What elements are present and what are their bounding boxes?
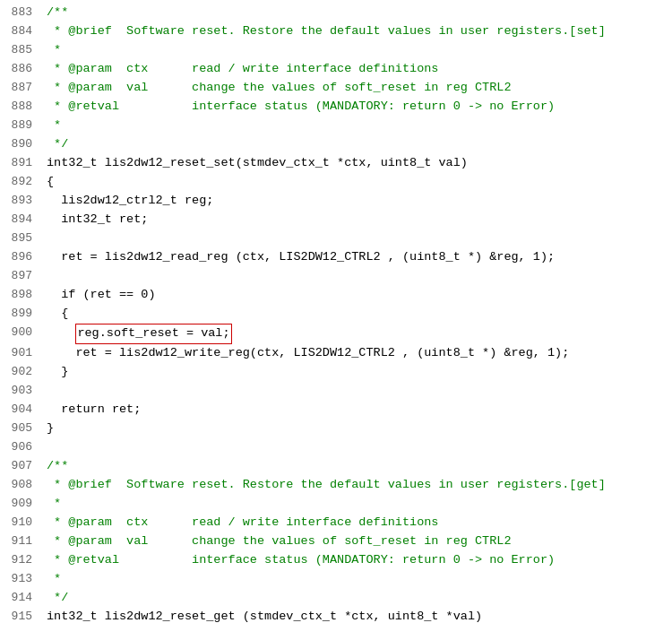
line-number: 905 [0,420,43,437]
code-token: } [47,421,54,435]
line-number: 903 [0,382,43,400]
code-token: { [47,307,68,320]
line-number: 897 [0,267,43,285]
code-token: * [47,572,61,585]
code-token: * [47,118,61,132]
line-content: * [43,41,672,60]
code-line: 899 { [0,305,672,324]
code-token: ret = lis2dw12_write_reg(ctx, LIS2DW12_C… [47,346,569,359]
code-line: 912 * @retval interface status (MANDATOR… [0,551,672,570]
code-token: ret = lis2dw12_read_reg (ctx, LIS2DW12_C… [47,250,555,264]
code-line: 906 [0,438,672,457]
line-number: 906 [0,438,43,456]
line-number: 910 [0,514,43,532]
line-number: 911 [0,532,43,550]
code-token: * @param ctx read / write interface defi… [47,62,438,75]
line-content: lis2dw12_ctrl2_t reg; [43,192,672,211]
line-content: * @param val change the values of soft_r… [43,532,672,551]
line-content: * @retval interface status (MANDATORY: r… [43,551,672,570]
code-token: * @retval interface status (MANDATORY: r… [47,100,555,113]
line-content: int32_t lis2dw12_reset_get (stmdev_ctx_t… [43,608,672,623]
code-line: 911 * @param val change the values of so… [0,532,672,551]
line-content: if (ret == 0) [43,286,672,305]
code-token: return ret; [47,402,141,416]
code-line: 886 * @param ctx read / write interface … [0,60,672,79]
code-line: 890 */ [0,135,672,154]
code-line: 887 * @param val change the values of so… [0,79,672,98]
line-number: 900 [0,324,43,342]
line-content: { [43,173,672,192]
code-token [47,326,75,340]
code-line: 897 [0,267,672,286]
code-line: 908 * @brief Software reset. Restore the… [0,476,672,495]
line-content: * @param val change the values of soft_r… [43,79,672,98]
code-token: int32_t lis2dw12_reset_set(stmdev_ctx_t … [47,156,468,169]
line-content: ret = lis2dw12_write_reg(ctx, LIS2DW12_C… [43,344,672,363]
line-content: } [43,420,672,438]
code-line: 889 * [0,117,672,135]
line-content: * @brief Software reset. Restore the def… [43,22,672,41]
code-token: * [47,497,61,510]
highlighted-code: reg.soft_reset = val; [75,324,231,344]
code-line: 905} [0,420,672,438]
code-line: 910 * @param ctx read / write interface … [0,514,672,532]
line-number: 888 [0,98,43,116]
line-content: * [43,117,672,135]
line-number: 883 [0,4,43,22]
line-content: { [43,305,672,324]
code-line: 915int32_t lis2dw12_reset_get (stmdev_ct… [0,608,672,623]
line-content: int32_t ret; [43,211,672,229]
code-token: int32_t lis2dw12_reset_get (stmdev_ctx_t… [47,610,482,623]
line-number: 907 [0,457,43,475]
line-number: 884 [0,22,43,40]
code-line: 892{ [0,173,672,192]
line-number: 886 [0,60,43,78]
code-token: * @param val change the values of soft_r… [47,534,511,548]
line-number: 889 [0,117,43,134]
code-line: 909 * [0,495,672,514]
code-line: 903 [0,382,672,401]
code-line: 893 lis2dw12_ctrl2_t reg; [0,192,672,211]
code-line: 914 */ [0,589,672,608]
code-line: 900 reg.soft_reset = val; [0,324,672,344]
line-content: * @param ctx read / write interface defi… [43,60,672,79]
code-line: 884 * @brief Software reset. Restore the… [0,22,672,41]
code-line: 888 * @retval interface status (MANDATOR… [0,98,672,117]
code-token: */ [47,137,68,151]
line-number: 887 [0,79,43,97]
code-container: 883/**884 * @brief Software reset. Resto… [0,0,672,623]
code-token: * [47,43,61,56]
code-token: /** [47,459,68,472]
line-number: 895 [0,229,43,247]
line-number: 913 [0,570,43,588]
code-line: 895 [0,229,672,248]
line-number: 890 [0,135,43,153]
line-number: 891 [0,154,43,172]
line-content: * @brief Software reset. Restore the def… [43,476,672,495]
line-number: 914 [0,589,43,607]
code-token: * @brief Software reset. Restore the def… [47,24,606,38]
line-number: 909 [0,495,43,513]
line-number: 902 [0,363,43,381]
code-line: 898 if (ret == 0) [0,286,672,305]
code-token: */ [47,591,68,604]
line-content: * @param ctx read / write interface defi… [43,514,672,532]
line-number: 899 [0,305,43,323]
line-number: 912 [0,551,43,569]
code-line: 904 return ret; [0,401,672,420]
code-line: 913 * [0,570,672,589]
code-line: 902 } [0,363,672,382]
line-number: 894 [0,211,43,229]
line-content: int32_t lis2dw12_reset_set(stmdev_ctx_t … [43,154,672,173]
line-number: 893 [0,192,43,210]
line-number: 908 [0,476,43,494]
code-token: lis2dw12_ctrl2_t reg; [47,194,213,207]
line-content: /** [43,4,672,22]
code-token: * @brief Software reset. Restore the def… [47,478,606,491]
line-content: * @retval interface status (MANDATORY: r… [43,98,672,117]
code-token: } [47,365,68,378]
line-content: /** [43,457,672,476]
line-number: 892 [0,173,43,191]
code-line: 901 ret = lis2dw12_write_reg(ctx, LIS2DW… [0,344,672,363]
line-content: return ret; [43,401,672,420]
